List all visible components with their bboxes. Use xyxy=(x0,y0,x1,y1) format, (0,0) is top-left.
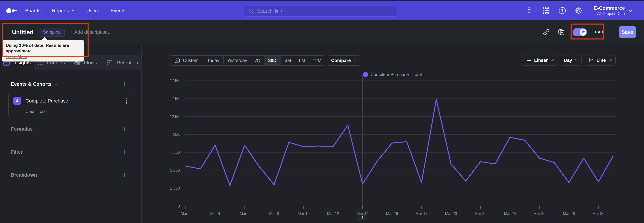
nav-item-reports[interactable]: Reports xyxy=(52,8,75,14)
add-filter-button[interactable]: + xyxy=(122,149,128,155)
svg-text:5,000: 5,000 xyxy=(170,168,180,173)
report-title[interactable]: Untitled xyxy=(12,29,33,36)
breakdown-label: Breakdown xyxy=(11,172,37,178)
svg-text:7,500: 7,500 xyxy=(170,150,180,155)
project-switcher[interactable]: E-Commerce All Project Data xyxy=(594,5,632,16)
breakdown-section: Breakdown + xyxy=(11,170,128,180)
tab-label: Retention xyxy=(116,60,138,66)
svg-text:17.5K: 17.5K xyxy=(170,78,180,83)
lightning-bolt-icon xyxy=(580,29,586,36)
add-breakdown-button[interactable]: + xyxy=(122,172,128,178)
svg-text:10K: 10K xyxy=(173,132,180,137)
interval-dropdown[interactable]: Day xyxy=(561,55,582,66)
svg-text:?: ? xyxy=(561,8,564,13)
chevron-down-icon xyxy=(575,58,578,62)
divider xyxy=(611,27,612,37)
tab-retention[interactable]: Retention xyxy=(103,55,142,70)
svg-text:Mar 30: Mar 30 xyxy=(592,211,604,216)
range-3m[interactable]: 3M xyxy=(280,56,295,65)
range-yesterday[interactable]: Yesterday xyxy=(223,56,251,65)
range-custom[interactable]: Custom xyxy=(170,56,203,65)
formulas-label: Formulas xyxy=(11,126,33,132)
line-chart-icon xyxy=(588,57,594,63)
chevron-down-icon xyxy=(608,58,612,62)
range-today[interactable]: Today xyxy=(203,56,223,65)
add-formula-button[interactable]: + xyxy=(122,126,128,132)
report-title-bar: Untitled Sampled + Add description... xyxy=(0,20,644,44)
range-30d[interactable]: 30D xyxy=(264,56,280,65)
apps-grid-icon[interactable] xyxy=(542,7,550,15)
svg-text:Mar 28: Mar 28 xyxy=(563,211,575,216)
chevron-down-icon xyxy=(628,9,632,13)
svg-text:Mar 10: Mar 10 xyxy=(298,211,310,216)
svg-text:Mar 22: Mar 22 xyxy=(474,211,486,216)
mixpanel-logo-icon[interactable] xyxy=(6,8,19,14)
search-input[interactable]: Search ⌘ + K xyxy=(244,6,398,17)
search-icon xyxy=(248,8,254,14)
filter-section: Filter + xyxy=(11,147,128,157)
search-placeholder: Search ⌘ + K xyxy=(257,8,288,14)
chevron-down-icon xyxy=(54,82,58,86)
scale-dropdown[interactable]: Linear xyxy=(522,55,558,66)
learn-more-link[interactable]: Learn More xyxy=(6,54,27,59)
add-event-button[interactable]: + xyxy=(122,81,128,87)
svg-text:Mar 12: Mar 12 xyxy=(327,211,339,216)
svg-text:Mar 8: Mar 8 xyxy=(269,211,279,216)
settings-gear-icon[interactable] xyxy=(575,7,583,15)
nav-item-users[interactable]: Users xyxy=(86,8,99,14)
tab-label: Flows xyxy=(84,60,97,66)
svg-text:Mar 2: Mar 2 xyxy=(181,211,191,216)
sampled-badge[interactable]: Sampled xyxy=(39,28,65,37)
svg-text:Mar 26: Mar 26 xyxy=(534,211,546,216)
sampling-tooltip: Using 10% of data. Results are approxima… xyxy=(2,40,84,61)
chevron-down-icon xyxy=(71,9,75,13)
save-button[interactable]: Save xyxy=(619,26,636,38)
nav-item-boards[interactable]: Boards xyxy=(25,8,40,14)
add-description[interactable]: + Add description... xyxy=(70,29,112,35)
chevron-down-icon xyxy=(354,59,357,62)
svg-text:Mar 6: Mar 6 xyxy=(240,211,250,216)
sampling-toggle[interactable] xyxy=(572,28,587,36)
svg-text:2,500: 2,500 xyxy=(170,186,180,190)
linear-scale-icon xyxy=(526,57,532,63)
svg-text:Mar 16: Mar 16 xyxy=(386,211,398,216)
project-scope: All Project Data xyxy=(594,11,625,16)
svg-text:Mar 24: Mar 24 xyxy=(504,211,516,216)
range-12m[interactable]: 12M xyxy=(309,56,325,65)
nav-links: Boards Reports Users Events xyxy=(25,8,126,14)
events-cohorts-toggle[interactable]: Events & Cohorts xyxy=(11,81,58,87)
app-root: Boards Reports Users Events Search ⌘ + K xyxy=(0,0,644,223)
chart-type-dropdown[interactable]: Line xyxy=(585,55,616,66)
data-management-icon[interactable] xyxy=(526,7,534,15)
chart-svg: 02,5005,0007,50010K12.5K15K17.5KMar 2Mar… xyxy=(168,72,620,223)
top-nav: Boards Reports Users Events Search ⌘ + K xyxy=(0,1,644,20)
formulas-section: Formulas + xyxy=(11,124,128,134)
date-range-control: Custom Today Yesterday 7D 30D 3M 6M 12M xyxy=(170,55,325,66)
svg-text:0: 0 xyxy=(178,204,180,208)
tooltip-text: Using 10% of data. Results are approxima… xyxy=(6,43,80,54)
event-card[interactable]: A Complete Purchase ••• Count Total xyxy=(8,93,133,117)
svg-text:Mar 20: Mar 20 xyxy=(445,211,457,216)
svg-text:Mar 18: Mar 18 xyxy=(416,211,428,216)
svg-text:15K: 15K xyxy=(173,96,180,101)
svg-text:Mar 4: Mar 4 xyxy=(210,211,220,216)
sidebar-divider xyxy=(142,45,142,223)
project-name: E-Commerce xyxy=(594,5,625,11)
event-letter-badge: A xyxy=(14,97,21,105)
nav-item-events[interactable]: Events xyxy=(110,8,126,14)
retention-icon xyxy=(106,59,114,66)
help-icon[interactable]: ? xyxy=(558,7,566,15)
copy-report-icon[interactable] xyxy=(558,28,565,36)
more-options-icon[interactable] xyxy=(594,31,604,33)
event-name[interactable]: Complete Purchase xyxy=(26,98,120,104)
filter-label: Filter xyxy=(11,149,23,155)
range-7d[interactable]: 7D xyxy=(251,56,264,65)
range-6m[interactable]: 6M xyxy=(295,56,309,65)
event-options-icon[interactable]: ••• xyxy=(124,98,129,104)
event-metric[interactable]: Count Total xyxy=(26,109,46,114)
share-link-icon[interactable] xyxy=(542,28,550,36)
svg-text:12.5K: 12.5K xyxy=(170,115,180,119)
calendar-icon xyxy=(174,57,180,64)
compare-button[interactable]: Compare xyxy=(328,55,360,66)
annotation-badge[interactable]: 1 xyxy=(358,214,367,221)
